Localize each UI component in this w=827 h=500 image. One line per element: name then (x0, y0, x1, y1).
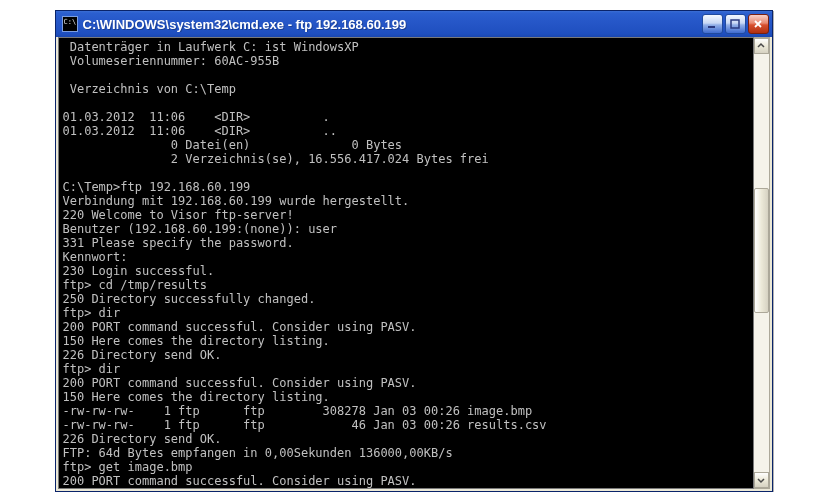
scroll-down-button[interactable] (754, 472, 769, 488)
svg-rect-1 (731, 20, 739, 28)
scroll-track[interactable] (754, 54, 769, 472)
cmd-icon (62, 16, 78, 32)
cmd-window: C:\WINDOWS\system32\cmd.exe - ftp 192.16… (55, 10, 773, 492)
titlebar[interactable]: C:\WINDOWS\system32\cmd.exe - ftp 192.16… (56, 11, 772, 37)
window-title: C:\WINDOWS\system32\cmd.exe - ftp 192.16… (83, 17, 702, 32)
maximize-button[interactable] (725, 14, 746, 34)
minimize-button[interactable] (702, 14, 723, 34)
maximize-icon (730, 19, 740, 29)
console-output[interactable]: Datenträger in Laufwerk C: ist WindowsXP… (58, 37, 754, 489)
svg-rect-0 (708, 26, 715, 28)
chevron-up-icon (757, 42, 765, 50)
close-icon (753, 19, 763, 29)
minimize-icon (707, 19, 717, 29)
close-button[interactable] (748, 14, 769, 34)
chevron-down-icon (757, 476, 765, 484)
scroll-up-button[interactable] (754, 38, 769, 54)
scroll-thumb[interactable] (754, 188, 769, 313)
client-area: Datenträger in Laufwerk C: ist WindowsXP… (56, 37, 772, 491)
window-controls (702, 14, 769, 34)
vertical-scrollbar[interactable] (754, 37, 770, 489)
